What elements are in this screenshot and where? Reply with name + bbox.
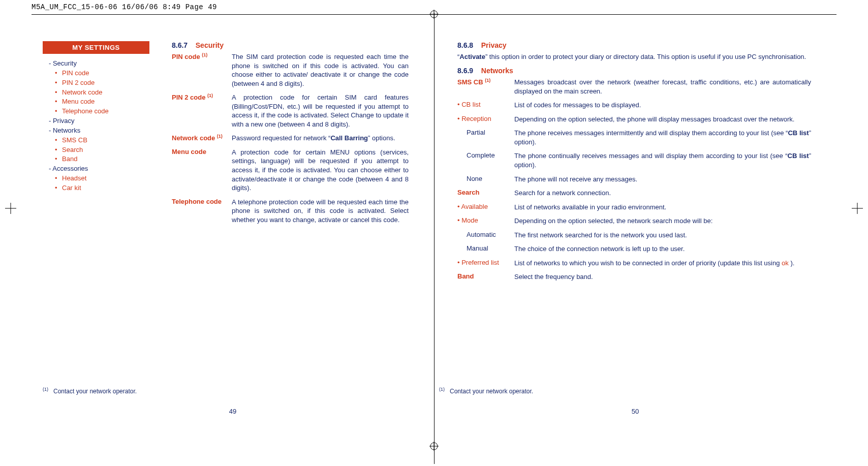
definition-term: Complete	[457, 151, 514, 169]
section-heading-networks: 8.6.9 Networks	[457, 67, 811, 75]
definition-term: • Mode	[457, 216, 514, 226]
sidebar-item: Headset	[47, 174, 146, 183]
definition-desc: Password requested for network “Call Bar…	[232, 134, 409, 143]
print-header: M5A_UM_FCC_15-06-06 16/06/06 8:49 Page 4…	[32, 3, 217, 11]
definition-desc: List of networks available in your radio…	[514, 203, 811, 212]
footnote-mark: (1)	[43, 387, 48, 392]
section-title: Networks	[481, 67, 513, 75]
sidebar-section: Accessories	[47, 164, 146, 174]
sidebar-item: SMS CB	[47, 136, 146, 145]
definition-desc: A telephone protection code will be requ…	[232, 198, 409, 225]
definition-desc: The phone receives messages intermittent…	[514, 129, 811, 146]
sidebar-list: SecurityPIN codePIN 2 codeNetwork codeMe…	[43, 54, 149, 193]
definition-desc: The choice of the connection network is …	[514, 244, 811, 254]
document-spread: M5A_UM_FCC_15-06-06 16/06/06 8:49 Page 4…	[0, 0, 868, 466]
section-title: Privacy	[481, 41, 507, 49]
definition-desc: Search for a network connection.	[514, 189, 811, 198]
definition-row: Menu codeA protection code for certain M…	[172, 148, 409, 193]
definition-row: PartialThe phone receives messages inter…	[457, 129, 811, 146]
page-left: MY SETTINGS SecurityPIN codePIN 2 codeNe…	[32, 15, 434, 466]
definition-row: SMS CB (1)Messages broadcast over the ne…	[457, 78, 811, 96]
definition-row: PIN 2 code (1)A protection code for cert…	[172, 93, 409, 129]
sidebar-section: Networks	[47, 126, 146, 136]
definition-desc: The first network searched for is the ne…	[514, 231, 811, 240]
definition-row: • AvailableList of networks available in…	[457, 203, 811, 212]
section-title: Security	[196, 41, 224, 49]
definition-desc: The phone continually receives messages …	[514, 151, 811, 169]
definition-term: None	[457, 175, 514, 184]
footnote-text: Contact your network operator.	[53, 388, 137, 395]
section-number: 8.6.9	[457, 67, 473, 75]
footnote-left: (1) Contact your network operator.	[43, 387, 137, 395]
definition-row: • ModeDepending on the option selected, …	[457, 216, 811, 226]
definition-row: AutomaticThe first network searched for …	[457, 231, 811, 240]
sidebar: MY SETTINGS SecurityPIN codePIN 2 codeNe…	[43, 41, 149, 193]
sidebar-item: Menu code	[47, 97, 146, 107]
definition-term: Band	[457, 272, 514, 282]
page-number-left: 49	[229, 408, 236, 415]
definition-desc: Depending on the option selected, the ph…	[514, 115, 811, 124]
definition-term: Telephone code	[172, 198, 232, 225]
crop-mark-right	[852, 203, 863, 214]
definition-term: Network code (1)	[172, 134, 232, 143]
definition-row: Network code (1)Password requested for n…	[172, 134, 409, 143]
definition-term: Manual	[457, 244, 514, 254]
definition-row: NoneThe phone will not receive any messa…	[457, 175, 811, 184]
sidebar-item: Search	[47, 145, 146, 155]
definition-term: • CB list	[457, 101, 514, 110]
definition-desc: Select the frequency band.	[514, 272, 811, 282]
footnote-text: Contact your network operator.	[450, 388, 533, 395]
definition-term: • Available	[457, 203, 514, 212]
sidebar-item: Car kit	[47, 183, 146, 193]
definition-row: CompleteThe phone continually receives m…	[457, 151, 811, 169]
sidebar-item: PIN code	[47, 69, 146, 78]
definition-desc: A protection code for certain SIM card f…	[232, 93, 409, 129]
definition-term: Automatic	[457, 231, 514, 240]
sidebar-item: Band	[47, 154, 146, 164]
sidebar-item: Telephone code	[47, 107, 146, 116]
definition-desc: The phone will not receive any messages.	[514, 175, 811, 184]
crop-mark-left	[5, 203, 16, 214]
definition-row: PIN code (1)The SIM card protection code…	[172, 52, 409, 88]
section-heading-security: 8.6.7 Security	[172, 41, 409, 49]
definition-desc: Depending on the option selected, the ne…	[514, 216, 811, 226]
definition-desc: List of codes for messages to be display…	[514, 101, 811, 110]
definition-term: PIN 2 code (1)	[172, 93, 232, 129]
sidebar-item: Network code	[47, 88, 146, 98]
definition-term: Menu code	[172, 148, 232, 193]
page-number-right: 50	[632, 408, 639, 415]
definition-row: ManualThe choice of the connection netwo…	[457, 244, 811, 254]
definition-row: • ReceptionDepending on the option selec…	[457, 115, 811, 124]
sidebar-item: PIN 2 code	[47, 78, 146, 88]
definition-desc: The SIM card protection code is requeste…	[232, 52, 409, 88]
spread-frame: MY SETTINGS SecurityPIN codePIN 2 codeNe…	[32, 14, 836, 466]
page-right: 8.6.8 Privacy “Activate” this option in …	[434, 15, 836, 466]
definition-term: SMS CB (1)	[457, 78, 514, 96]
definition-term: Partial	[457, 129, 514, 146]
section-number: 8.6.7	[172, 41, 188, 49]
sidebar-header: MY SETTINGS	[43, 41, 149, 54]
definition-desc: A protection code for certain MENU optio…	[232, 148, 409, 193]
definition-row: • CB listList of codes for messages to b…	[457, 101, 811, 110]
left-content: 8.6.7 Security PIN code (1)The SIM card …	[172, 41, 414, 224]
section-number: 8.6.8	[457, 41, 473, 49]
definition-term: PIN code (1)	[172, 52, 232, 88]
privacy-paragraph: “Activate” this option in order to prote…	[457, 52, 811, 61]
definition-row: Telephone codeA telephone protection cod…	[172, 198, 409, 225]
definition-term: Search	[457, 189, 514, 198]
definition-term: • Reception	[457, 115, 514, 124]
footnote-right: (1) Contact your network operator.	[439, 387, 533, 395]
definition-row: • Preferred listList of networks to whic…	[457, 259, 811, 268]
sidebar-section: Security	[47, 59, 146, 69]
definition-desc: Messages broadcast over the network (wea…	[514, 78, 811, 96]
definition-row: BandSelect the frequency band.	[457, 272, 811, 282]
sidebar-section: Privacy	[47, 116, 146, 126]
definition-row: SearchSearch for a network connection.	[457, 189, 811, 198]
footnote-mark: (1)	[439, 387, 445, 392]
section-heading-privacy: 8.6.8 Privacy	[457, 41, 811, 49]
definition-desc: List of networks to which you wish to be…	[514, 259, 811, 268]
definition-term: • Preferred list	[457, 259, 514, 268]
